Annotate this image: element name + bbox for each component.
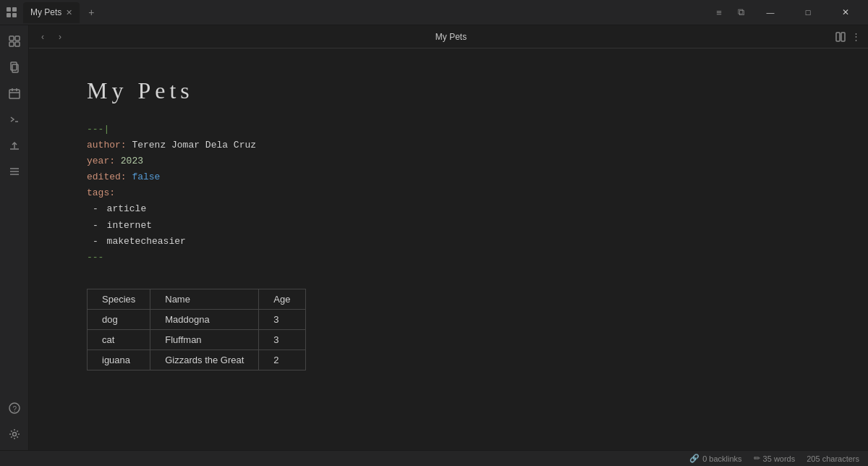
- backlinks-status: 🔗 0 backlinks: [689, 454, 741, 463]
- table-header: Species Name Age: [88, 289, 306, 309]
- svg-rect-3: [12, 13, 17, 17]
- files-icon[interactable]: [3, 56, 26, 79]
- tab-list-button[interactable]: ≡: [710, 4, 728, 21]
- svg-rect-5: [15, 36, 20, 41]
- back-button[interactable]: ‹: [35, 29, 51, 45]
- active-tab[interactable]: My Pets ✕: [23, 2, 80, 23]
- nav-buttons: ‹ ›: [35, 29, 68, 45]
- col-header-age: Age: [259, 289, 305, 309]
- svg-rect-24: [841, 33, 845, 41]
- title-bar: My Pets ✕ + ≡ ⧉ — □ ✕: [0, 0, 868, 25]
- frontmatter-author: author: Terenz Jomar Dela Cruz: [87, 137, 810, 153]
- forward-button[interactable]: ›: [52, 29, 68, 45]
- svg-rect-8: [11, 62, 17, 70]
- cell-age-3: 2: [259, 350, 305, 370]
- backlinks-icon: 🔗: [689, 454, 699, 463]
- cell-name-1: Maddogna: [150, 309, 259, 329]
- document-title: My Pets: [87, 77, 810, 104]
- tab-label: My Pets: [30, 7, 61, 17]
- frontmatter: ---| author: Terenz Jomar Dela Cruz year…: [87, 122, 810, 266]
- activity-bar: ?: [0, 25, 29, 450]
- more-options-button[interactable]: ⋮: [850, 30, 862, 43]
- edit-icon: ✏: [754, 454, 760, 463]
- svg-rect-4: [9, 36, 14, 41]
- cell-species-3: iguana: [88, 350, 150, 370]
- new-tab-button[interactable]: +: [85, 5, 97, 20]
- cell-species-1: dog: [88, 309, 150, 329]
- characters-count: 205 characters: [807, 454, 859, 463]
- table-body: dog Maddogna 3 cat Fluffman 3 iguana Giz…: [88, 309, 306, 370]
- frontmatter-delimiter-open: ---|: [87, 122, 810, 137]
- app-icon: [6, 7, 17, 18]
- status-bar: 🔗 0 backlinks ✏ 35 words 205 characters: [0, 450, 868, 466]
- help-icon[interactable]: ?: [3, 397, 26, 420]
- frontmatter-year: year: 2023: [87, 153, 810, 169]
- table-row: dog Maddogna 3: [88, 309, 306, 329]
- pets-table-container: Species Name Age dog Maddogna 3 cat: [87, 289, 810, 370]
- svg-rect-7: [15, 42, 20, 46]
- svg-rect-9: [12, 64, 18, 72]
- col-header-species: Species: [88, 289, 150, 309]
- frontmatter-edited: edited: false: [87, 169, 810, 185]
- content-area: ‹ › My Pets ⋮ My Pets ---|: [29, 25, 868, 450]
- split-view-button[interactable]: ⧉: [732, 4, 749, 21]
- words-status: ✏ 35 words: [754, 454, 796, 463]
- editor-area[interactable]: My Pets ---| author: Terenz Jomar Dela C…: [29, 48, 868, 450]
- characters-status: 205 characters: [807, 454, 859, 463]
- frontmatter-delimiter-close: ---: [87, 250, 810, 266]
- frontmatter-tag-article: - article: [87, 201, 810, 217]
- table-row: iguana Gizzards the Great 2: [88, 350, 306, 370]
- tab-close-button[interactable]: ✕: [66, 8, 72, 17]
- upload-icon[interactable]: [3, 134, 26, 157]
- cell-name-3: Gizzards the Great: [150, 350, 259, 370]
- pets-table: Species Name Age dog Maddogna 3 cat: [87, 289, 306, 370]
- frontmatter-tag-maketecheasier: - maketecheasier: [87, 234, 810, 250]
- list-icon[interactable]: [3, 160, 26, 183]
- words-count: 35 words: [763, 454, 796, 463]
- layout-toggle-button[interactable]: [834, 30, 847, 43]
- svg-rect-23: [836, 33, 840, 41]
- settings-icon[interactable]: [3, 423, 26, 446]
- frontmatter-tag-internet: - internet: [87, 218, 810, 234]
- svg-point-22: [12, 433, 16, 436]
- title-bar-left: My Pets ✕ +: [6, 2, 98, 23]
- toolbar-title: My Pets: [71, 32, 831, 42]
- backlinks-count: 0 backlinks: [702, 454, 741, 463]
- title-bar-right: ≡ ⧉ — □ ✕: [710, 2, 862, 23]
- svg-rect-6: [9, 42, 14, 46]
- close-button[interactable]: ✕: [829, 2, 862, 23]
- maximize-button[interactable]: □: [791, 2, 825, 23]
- svg-rect-1: [12, 7, 17, 12]
- minimize-button[interactable]: —: [754, 2, 787, 23]
- terminal-icon[interactable]: [3, 108, 26, 131]
- svg-rect-10: [9, 90, 20, 98]
- toolbar: ‹ › My Pets ⋮: [29, 25, 868, 48]
- toolbar-actions: ⋮: [834, 30, 862, 43]
- cell-species-2: cat: [88, 329, 150, 350]
- grid-icon[interactable]: [3, 30, 26, 53]
- cell-age-2: 3: [259, 329, 305, 350]
- table-row: cat Fluffman 3: [88, 329, 306, 350]
- cell-age-1: 3: [259, 309, 305, 329]
- main-layout: ? ‹ › My Pets: [0, 25, 868, 450]
- svg-rect-2: [7, 13, 11, 17]
- cell-name-2: Fluffman: [150, 329, 259, 350]
- svg-rect-0: [7, 7, 11, 12]
- col-header-name: Name: [150, 289, 259, 309]
- calendar-icon[interactable]: [3, 82, 26, 105]
- frontmatter-tags-key: tags:: [87, 185, 810, 201]
- svg-text:?: ?: [12, 405, 17, 413]
